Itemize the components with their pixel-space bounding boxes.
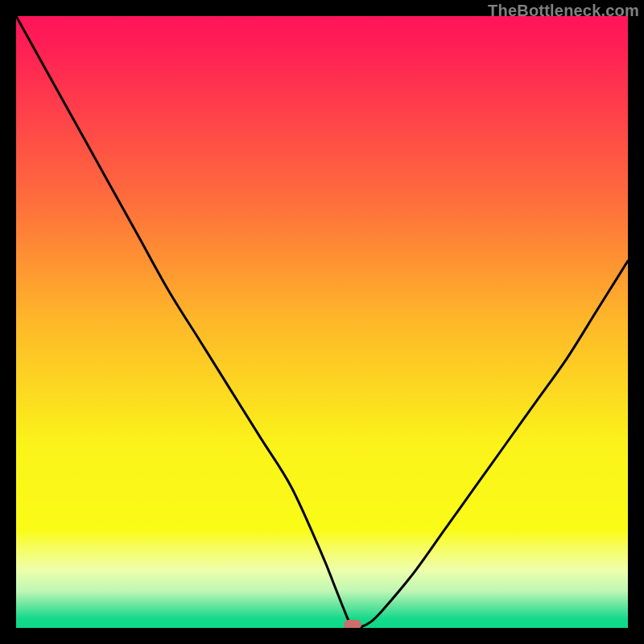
- gradient-background: [16, 16, 628, 628]
- plot-area: [16, 16, 628, 628]
- chart-frame: TheBottleneck.com: [0, 0, 644, 644]
- optimal-point-marker: [344, 620, 361, 628]
- bottleneck-chart: [16, 16, 628, 628]
